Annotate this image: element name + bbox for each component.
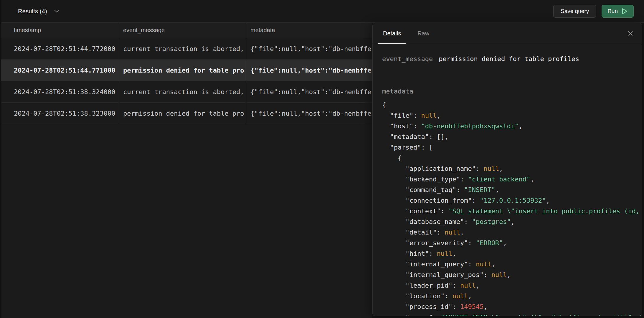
table-row[interactable]: 2024-07-28T02:51:38.324000current transa…	[0, 81, 372, 103]
cell-timestamp: 2024-07-28T02:51:44.772000	[0, 38, 119, 59]
column-header-timestamp: timestamp	[0, 23, 119, 38]
run-button[interactable]: Run	[602, 5, 634, 18]
column-header-metadata: metadata	[246, 23, 372, 38]
event-message-value: permission denied for table profiles	[439, 55, 579, 63]
table-row[interactable]: 2024-07-28T02:51:38.323000permission den…	[0, 103, 372, 124]
details-tab-bar: Details Raw	[373, 23, 642, 44]
close-icon[interactable]	[627, 30, 634, 37]
event-message-label: event_message	[382, 55, 433, 63]
cell-event-message: current transaction is aborted,	[119, 38, 246, 59]
tab-details[interactable]: Details	[383, 23, 401, 44]
results-dropdown[interactable]: Results (4)	[18, 8, 60, 15]
play-icon	[621, 8, 628, 15]
metadata-label: metadata	[382, 88, 413, 95]
cell-timestamp: 2024-07-28T02:51:38.323000	[0, 103, 119, 124]
column-header-event-message: event_message	[119, 23, 246, 38]
details-panel: Details Raw event_messagepermission deni…	[372, 23, 642, 316]
table-header: timestamp event_message metadata	[0, 23, 372, 38]
tab-raw[interactable]: Raw	[417, 23, 429, 44]
table-body: 2024-07-28T02:51:44.772000current transa…	[0, 38, 372, 124]
event-message-row: event_messagepermission denied for table…	[382, 55, 579, 63]
cell-metadata: {"file":null,"host":"db-nenbffe	[246, 60, 372, 81]
left-edge-divider	[0, 0, 1, 318]
table-row[interactable]: 2024-07-28T02:51:44.771000permission den…	[0, 60, 372, 81]
toolbar: Results (4) Save query Run	[0, 0, 644, 23]
results-count-label: Results (4)	[18, 8, 47, 15]
cell-event-message: permission denied for table pro	[119, 103, 246, 124]
metadata-json: { "file": null, "host": "db-nenbffeblpoh…	[382, 100, 642, 316]
table-row[interactable]: 2024-07-28T02:51:44.772000current transa…	[0, 38, 372, 60]
chevron-down-icon	[54, 10, 60, 13]
log-explorer-app: Results (4) Save query Run timestamp eve…	[0, 0, 644, 318]
cell-metadata: {"file":null,"host":"db-nenbffe	[246, 81, 372, 102]
cell-event-message: current transaction is aborted,	[119, 81, 246, 102]
save-query-button[interactable]: Save query	[553, 5, 596, 18]
toolbar-actions: Save query Run	[553, 5, 634, 18]
cell-event-message: permission denied for table pro	[119, 60, 246, 81]
cell-timestamp: 2024-07-28T02:51:44.771000	[0, 60, 119, 81]
run-button-label: Run	[607, 8, 618, 14]
cell-metadata: {"file":null,"host":"db-nenbffe	[246, 103, 372, 124]
cell-timestamp: 2024-07-28T02:51:38.324000	[0, 81, 119, 102]
cell-metadata: {"file":null,"host":"db-nenbffe	[246, 38, 372, 59]
results-table: timestamp event_message metadata 2024-07…	[0, 23, 372, 318]
details-body: event_messagepermission denied for table…	[373, 44, 642, 316]
